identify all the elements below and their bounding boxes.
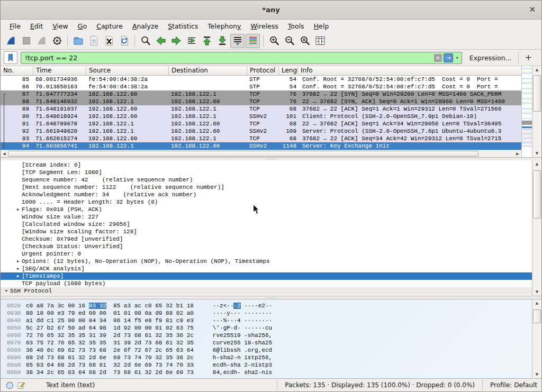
- zoom-original-icon[interactable]: [297, 34, 312, 48]
- filter-dropdown-icon[interactable]: ▾: [455, 56, 460, 60]
- column-no[interactable]: No.: [1, 66, 33, 75]
- display-filter-input[interactable]: !tcp.port == 22 ✕ → ▾: [21, 52, 462, 64]
- packet-list-hscrollbar[interactable]: ◀ ▶: [1, 150, 521, 157]
- resize-columns-icon[interactable]: [313, 34, 327, 48]
- detail-line[interactable]: Window size value: 227: [1, 213, 532, 221]
- detail-line[interactable]: Sequence number: 42 (relative sequence n…: [1, 176, 532, 184]
- hex-row[interactable]: 0080 36 40 6c 69 62 73 73 68 2e 6f 72 67…: [1, 347, 532, 354]
- expand-arrow-icon[interactable]: ▶: [14, 206, 22, 213]
- go-forward-icon[interactable]: [169, 34, 183, 48]
- hex-row[interactable]: 0070 63 75 72 76 65 32 35 35 31 39 2d 73…: [1, 339, 532, 347]
- filter-bookmark-button[interactable]: [4, 51, 17, 64]
- detail-line[interactable]: [Checksum Status: Unverified]: [1, 243, 532, 250]
- expand-arrow-icon[interactable]: ▶: [14, 272, 22, 280]
- menu-item[interactable]: Go: [73, 21, 92, 32]
- packet-row[interactable]: 94 71.663856741 192.168.122.1 192.168.12…: [1, 142, 521, 150]
- packet-row[interactable]: 86 70.013850163 fe:54:00:d4:38:2a STP 54…: [1, 83, 521, 90]
- scroll-up-icon[interactable]: ▲: [532, 160, 541, 168]
- save-file-icon[interactable]: [86, 34, 101, 48]
- find-packet-icon[interactable]: [138, 34, 152, 48]
- expert-info-icon[interactable]: [4, 380, 15, 390]
- go-back-icon[interactable]: [153, 34, 168, 48]
- titlebar[interactable]: *any ✕: [1, 1, 541, 20]
- detail-line[interactable]: [Next sequence number: 1122 (relative se…: [1, 184, 532, 191]
- go-to-bottom-icon[interactable]: [215, 34, 229, 48]
- open-file-icon[interactable]: [71, 34, 85, 48]
- packet-minimap[interactable]: [521, 66, 532, 157]
- detail-line[interactable]: TCP payload (1080 bytes): [1, 280, 532, 287]
- scroll-down-icon[interactable]: ▼: [532, 371, 541, 378]
- add-filter-button[interactable]: +: [518, 52, 537, 63]
- menu-item[interactable]: Capture: [92, 21, 128, 32]
- menu-item[interactable]: Telephony: [203, 21, 246, 32]
- expression-button[interactable]: Expression...: [469, 54, 512, 62]
- menu-item[interactable]: Statistics: [163, 21, 203, 32]
- go-to-top-icon[interactable]: [200, 34, 214, 48]
- colorize-packets-icon[interactable]: [246, 34, 260, 48]
- detail-line[interactable]: Checksum: 0x79ed [unverified]: [1, 235, 532, 243]
- packet-row[interactable]: 92 71.661949820 192.168.122.1 192.168.12…: [1, 127, 521, 135]
- close-icon[interactable]: ✕: [529, 5, 536, 14]
- zoom-in-icon[interactable]: [267, 34, 281, 48]
- menu-item[interactable]: View: [48, 21, 73, 32]
- filter-text[interactable]: !tcp.port == 22: [25, 54, 432, 62]
- details-vscrollbar[interactable]: ▲ ▼: [532, 160, 541, 296]
- capture-comment-icon[interactable]: [15, 380, 27, 390]
- detail-line[interactable]: ▶ Flags: 0x018 (PSH, ACK): [1, 206, 532, 213]
- detail-line[interactable]: ▶ [SEQ/ACK analysis]: [1, 265, 532, 272]
- scroll-down-icon[interactable]: ▼: [532, 288, 541, 296]
- column-info[interactable]: Info: [298, 66, 521, 75]
- packet-list-vscrollbar[interactable]: ▲ ▼: [532, 66, 541, 157]
- column-time[interactable]: Time: [33, 66, 86, 75]
- hscroll-thumb[interactable]: [8, 151, 478, 157]
- close-file-icon[interactable]: [102, 34, 116, 48]
- detail-line[interactable]: [TCP Segment Len: 1080]: [1, 169, 532, 176]
- vscroll-thumb[interactable]: [533, 309, 541, 324]
- hex-row[interactable]: 0020 c0 a8 7a 3c 00 16 93 32 85 a3 ac c0…: [1, 302, 532, 309]
- hex-row[interactable]: 00a0 65 63 64 68 2d 73 68 61 32 2d 6e 69…: [1, 361, 532, 369]
- column-length[interactable]: Length: [279, 66, 298, 75]
- zoom-out-icon[interactable]: [282, 34, 296, 48]
- menu-item[interactable]: Help: [309, 21, 334, 32]
- expand-arrow-icon[interactable]: ▶: [14, 258, 22, 265]
- column-protocol[interactable]: Protocol: [247, 66, 279, 75]
- packet-row[interactable]: 89 71.648191037 192.168.122.60 192.168.1…: [1, 105, 521, 113]
- hex-row[interactable]: 0050 5c 27 b2 67 50 ad 64 98 1d 92 00 00…: [1, 324, 532, 332]
- hex-row[interactable]: 0040 a1 dd c1 25 00 00 04 34 06 14 f5 e8…: [1, 317, 532, 324]
- go-to-packet-icon[interactable]: [184, 34, 198, 48]
- hex-row[interactable]: 0030 80 18 00 e3 79 ed 00 00 01 01 08 0a…: [1, 309, 532, 317]
- hex-row[interactable]: 0090 68 2d 73 68 61 32 2d 6e 69 73 74 70…: [1, 354, 532, 361]
- menu-item[interactable]: Wireless: [246, 21, 283, 32]
- packet-row[interactable]: 85 68.001734936 fe:54:00:d4:38:2a STP 54…: [1, 76, 521, 83]
- detail-line[interactable]: Acknowledgment number: 34 (relative ack …: [1, 191, 532, 198]
- expand-arrow-icon[interactable]: ▶: [14, 265, 22, 272]
- restart-capture-icon[interactable]: [34, 34, 49, 48]
- menu-item[interactable]: Analyze: [128, 21, 163, 32]
- scroll-up-icon[interactable]: ▲: [532, 66, 541, 74]
- menu-item[interactable]: Edit: [25, 21, 48, 32]
- packet-row[interactable]: 87 71.647777234 192.168.122.60 192.168.1…: [1, 90, 521, 98]
- apply-filter-icon[interactable]: →: [444, 53, 453, 62]
- vscroll-thumb[interactable]: [533, 75, 541, 112]
- menu-item[interactable]: Tools: [283, 21, 309, 32]
- packet-row[interactable]: 91 71.648789678 192.168.122.1 192.168.12…: [1, 120, 521, 127]
- detail-line[interactable]: [Window size scaling factor: 128]: [1, 228, 532, 235]
- detail-line[interactable]: [Calculated window size: 29056]: [1, 221, 532, 228]
- start-capture-icon[interactable]: [4, 34, 18, 48]
- hex-row[interactable]: 0060 72 76 65 32 35 35 31 39 2d 73 68 61…: [1, 332, 532, 339]
- hex-vscrollbar[interactable]: ▲ ▼: [532, 299, 541, 378]
- profile-status[interactable]: Profile: Default: [482, 380, 538, 390]
- scroll-left-icon[interactable]: ◀: [1, 150, 8, 157]
- vscroll-thumb[interactable]: [533, 170, 541, 218]
- packet-row[interactable]: 93 71.662015274 192.168.122.60 192.168.1…: [1, 135, 521, 142]
- detail-line[interactable]: [Stream index: 0]: [1, 161, 532, 169]
- column-destination[interactable]: Destination: [169, 66, 247, 75]
- clear-filter-icon[interactable]: ✕: [434, 54, 442, 62]
- scroll-up-icon[interactable]: ▲: [532, 299, 541, 307]
- packet-row[interactable]: 90 71.648618924 192.168.122.60 192.168.1…: [1, 113, 521, 120]
- detail-line[interactable]: Urgent pointer: 0: [1, 250, 532, 258]
- scroll-right-icon[interactable]: ▶: [514, 150, 521, 157]
- detail-line[interactable]: ▶ [Timestamps]: [1, 272, 532, 280]
- auto-scroll-icon[interactable]: [230, 34, 245, 48]
- menu-item[interactable]: File: [5, 21, 25, 32]
